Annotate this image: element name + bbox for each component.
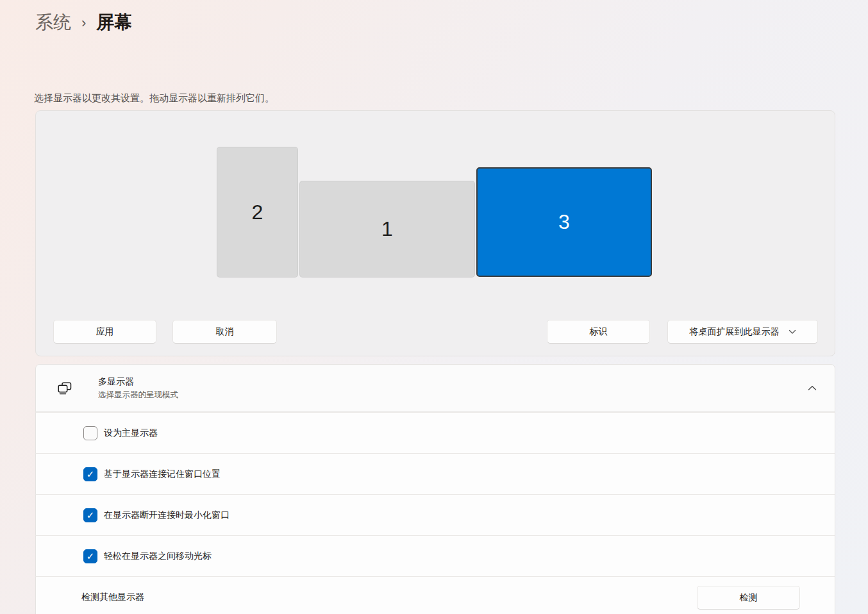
page-title: 屏幕 (96, 10, 132, 35)
chevron-up-icon[interactable] (808, 385, 817, 391)
arrangement-instruction: 选择显示器以更改其设置。拖动显示器以重新排列它们。 (34, 92, 274, 104)
breadcrumb-system-link[interactable]: 系统 (35, 10, 71, 35)
main-display-checkbox[interactable] (83, 426, 97, 440)
remember-window-locations-label: 基于显示器连接记住窗口位置 (104, 469, 221, 480)
chevron-down-icon (789, 329, 796, 335)
setting-row-detect-displays: 检测其他显示器 检测 (35, 576, 835, 614)
multiple-displays-icon (57, 381, 72, 395)
setting-row-minimize-windows: ✓ 在显示器断开连接时最小化窗口 (35, 494, 835, 535)
detect-displays-label: 检测其他显示器 (81, 592, 144, 603)
monitor-1[interactable]: 1 (299, 181, 475, 278)
remember-window-locations-checkbox[interactable]: ✓ (83, 467, 97, 481)
monitor-3-label: 3 (558, 210, 570, 234)
breadcrumb: 系统 › 屏幕 (35, 10, 132, 35)
check-icon: ✓ (87, 551, 95, 561)
multiple-displays-subtitle: 选择显示器的呈现模式 (98, 390, 178, 401)
multiple-displays-header-text: 多显示器 选择显示器的呈现模式 (98, 376, 178, 401)
check-icon: ✓ (87, 510, 95, 520)
check-icon: ✓ (87, 469, 95, 479)
multiple-displays-title: 多显示器 (98, 376, 178, 388)
multiple-displays-card: 多显示器 选择显示器的呈现模式 设为主显示器 ✓ 基于显示器连接记住窗口位置 ✓… (35, 364, 835, 614)
monitor-1-label: 1 (381, 217, 393, 241)
breadcrumb-separator: › (81, 13, 86, 31)
minimize-windows-label: 在显示器断开连接时最小化窗口 (104, 510, 230, 521)
display-arrangement-panel: 2 1 3 应用 取消 标识 将桌面扩展到此显示器 (35, 110, 835, 356)
display-mode-dropdown[interactable]: 将桌面扩展到此显示器 (667, 320, 818, 344)
display-mode-value: 将桌面扩展到此显示器 (690, 326, 780, 338)
setting-row-remember-window-locations: ✓ 基于显示器连接记住窗口位置 (35, 453, 835, 494)
setting-row-main-display: 设为主显示器 (35, 412, 835, 453)
apply-button[interactable]: 应用 (53, 320, 156, 344)
identify-button[interactable]: 标识 (547, 320, 650, 344)
monitor-3[interactable]: 3 (476, 167, 652, 277)
setting-row-ease-cursor: ✓ 轻松在显示器之间移动光标 (35, 535, 835, 576)
detect-button[interactable]: 检测 (697, 586, 800, 610)
multiple-displays-expander[interactable]: 多显示器 选择显示器的呈现模式 (35, 364, 835, 412)
monitor-2[interactable]: 2 (217, 147, 298, 278)
ease-cursor-checkbox[interactable]: ✓ (83, 549, 97, 563)
minimize-windows-checkbox[interactable]: ✓ (83, 508, 97, 522)
ease-cursor-label: 轻松在显示器之间移动光标 (104, 551, 212, 562)
monitor-2-label: 2 (252, 201, 263, 224)
cancel-button[interactable]: 取消 (172, 320, 277, 344)
main-display-label: 设为主显示器 (104, 427, 158, 439)
